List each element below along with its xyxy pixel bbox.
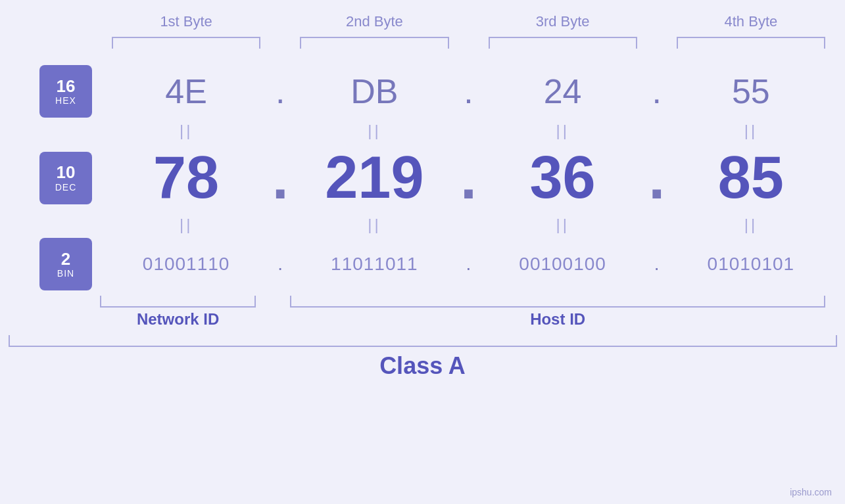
bin-byte3: 00100100 [489, 254, 637, 275]
parallel-row-1: || || || || [20, 122, 825, 140]
bin-dot1: . [260, 255, 300, 273]
bin-row: 2 BIN 01001110 . 11011011 . 00100100 . 0… [20, 238, 825, 290]
parallel-1-b1: || [112, 122, 260, 140]
dec-row: 10 DEC 78 . 219 . 36 . 85 [20, 144, 825, 212]
class-label: Class A [379, 352, 466, 380]
parallel-2-b3: || [489, 216, 637, 234]
hex-byte3: 24 [489, 72, 637, 111]
parallel-1-b4: || [677, 122, 825, 140]
parallel-1-b2: || [300, 122, 448, 140]
parallel-2-b2: || [300, 216, 448, 234]
hex-byte2: DB [300, 72, 448, 111]
bottom-bracket-host [290, 296, 825, 308]
hex-label-box: 16 HEX [39, 65, 92, 118]
parallel-row-2: || || || || [20, 216, 825, 234]
bin-byte1: 01001110 [112, 254, 260, 275]
bracket-top-1 [112, 37, 260, 49]
hex-row: 16 HEX 4E . DB . 24 . 55 [20, 65, 825, 118]
dec-dot3: . [637, 149, 677, 208]
id-labels: Network ID Host ID [20, 310, 825, 329]
dec-label-number: 10 [57, 163, 76, 182]
bracket-top-3 [489, 37, 637, 49]
network-id-label: Network ID [101, 310, 256, 329]
dec-byte2: 219 [300, 144, 448, 212]
dec-byte4: 85 [677, 144, 825, 212]
class-bracket-line [9, 335, 837, 347]
watermark: ipshu.com [790, 487, 832, 497]
bin-label-number: 2 [61, 250, 70, 269]
class-section: Class A [20, 335, 825, 380]
byte1-header: 1st Byte [112, 13, 260, 30]
parallel-2-b4: || [677, 216, 825, 234]
bin-dot3: . [637, 255, 677, 273]
bracket-top-2 [300, 37, 448, 49]
bin-byte2: 11011011 [300, 254, 448, 275]
bin-dot2: . [449, 255, 489, 273]
bin-byte4: 01010101 [677, 254, 825, 275]
dec-byte1: 78 [112, 144, 260, 212]
dec-dot2: . [449, 149, 489, 208]
byte3-header: 3rd Byte [489, 13, 637, 30]
byte2-header: 2nd Byte [300, 13, 448, 30]
byte-headers: 1st Byte 2nd Byte 3rd Byte 4th Byte [20, 13, 825, 30]
hex-dot2: . [449, 74, 489, 108]
parallel-2-b1: || [112, 216, 260, 234]
host-id-label: Host ID [290, 310, 825, 329]
bin-label-box: 2 BIN [39, 238, 92, 290]
dec-dot1: . [260, 149, 300, 208]
dec-byte3: 36 [489, 144, 637, 212]
bin-label-base: BIN [57, 268, 74, 279]
hex-byte4: 55 [677, 72, 825, 111]
hex-dot3: . [637, 74, 677, 108]
bottom-brackets [20, 296, 825, 308]
dec-label-base: DEC [55, 182, 77, 193]
byte4-header: 4th Byte [677, 13, 825, 30]
hex-label-number: 16 [57, 77, 76, 96]
parallel-1-b3: || [489, 122, 637, 140]
hex-label-base: HEX [55, 95, 76, 106]
hex-label-container: 16 HEX [20, 65, 92, 118]
hex-byte1: 4E [112, 72, 260, 111]
dec-label-box: 10 DEC [39, 152, 92, 204]
main-container: 1st Byte 2nd Byte 3rd Byte 4th Byte 16 H… [0, 0, 845, 504]
top-brackets [20, 37, 825, 49]
hex-dot1: . [260, 74, 300, 108]
bottom-bracket-network [100, 296, 256, 308]
dec-label-container: 10 DEC [20, 152, 92, 204]
bracket-top-4 [677, 37, 825, 49]
bin-label-container: 2 BIN [20, 238, 92, 290]
